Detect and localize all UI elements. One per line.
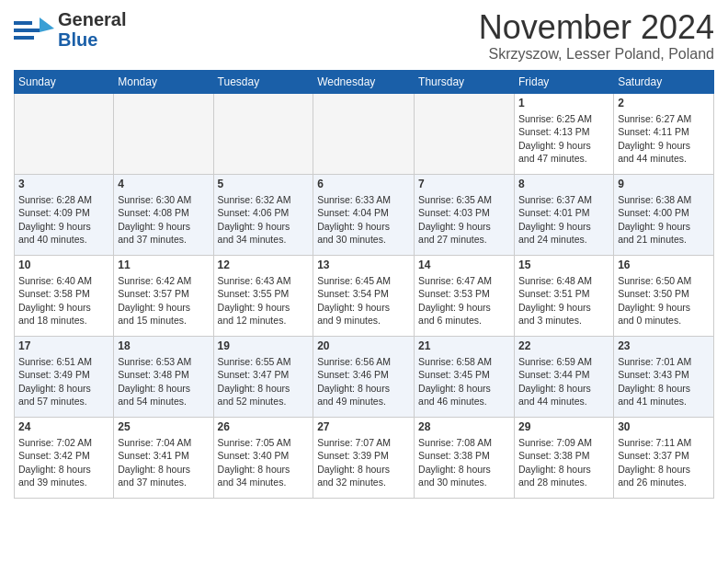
daylight-info: Daylight: 9 hours xyxy=(618,221,690,232)
daylight-info: and 9 minutes. xyxy=(317,315,381,326)
day-number: 20 xyxy=(317,339,410,354)
day-info: Sunrise: 6:55 AMSunset: 3:47 PMDaylight:… xyxy=(218,355,310,408)
day-number: 26 xyxy=(218,420,310,435)
daylight-info: and 44 minutes. xyxy=(518,396,587,407)
daylight-info: and 54 minutes. xyxy=(118,396,187,407)
daylight-info: Daylight: 8 hours xyxy=(18,464,91,475)
sunrise-info: Sunrise: 6:45 AM xyxy=(317,275,391,286)
day-number: 18 xyxy=(118,339,209,354)
daylight-info: Daylight: 9 hours xyxy=(418,302,491,313)
daylight-info: Daylight: 8 hours xyxy=(317,464,390,475)
day-info: Sunrise: 7:09 AMSunset: 3:38 PMDaylight:… xyxy=(518,436,609,488)
sunrise-info: Sunrise: 6:50 AM xyxy=(618,275,691,286)
table-row: 9Sunrise: 6:38 AMSunset: 4:00 PMDaylight… xyxy=(614,174,714,255)
sunset-info: Sunset: 3:53 PM xyxy=(418,288,490,299)
sunrise-info: Sunrise: 6:56 AM xyxy=(317,356,391,367)
day-number: 2 xyxy=(618,97,710,111)
sunrise-info: Sunrise: 7:11 AM xyxy=(618,437,691,448)
svg-rect-2 xyxy=(14,36,34,40)
daylight-info: Daylight: 8 hours xyxy=(317,383,390,394)
sunrise-info: Sunrise: 6:55 AM xyxy=(218,356,291,367)
day-info: Sunrise: 6:58 AMSunset: 3:45 PMDaylight:… xyxy=(418,355,510,408)
sunrise-info: Sunrise: 7:04 AM xyxy=(118,437,191,448)
day-number: 21 xyxy=(418,339,510,354)
day-number: 15 xyxy=(518,259,609,273)
table-row: 16Sunrise: 6:50 AMSunset: 3:50 PMDayligh… xyxy=(614,255,714,336)
daylight-info: and 34 minutes. xyxy=(218,234,287,245)
day-number: 29 xyxy=(518,420,609,435)
daylight-info: and 18 minutes. xyxy=(18,315,87,326)
table-row xyxy=(15,93,114,174)
sunrise-info: Sunrise: 6:37 AM xyxy=(518,194,592,205)
sunrise-info: Sunrise: 6:51 AM xyxy=(18,356,92,367)
day-number: 13 xyxy=(317,259,410,273)
day-number: 24 xyxy=(18,420,109,435)
table-row: 23Sunrise: 7:01 AMSunset: 3:43 PMDayligh… xyxy=(614,336,714,417)
day-number: 3 xyxy=(18,178,109,192)
day-info: Sunrise: 7:04 AMSunset: 3:41 PMDaylight:… xyxy=(118,436,209,488)
table-row: 12Sunrise: 6:43 AMSunset: 3:55 PMDayligh… xyxy=(213,255,313,336)
table-row: 3Sunrise: 6:28 AMSunset: 4:09 PMDaylight… xyxy=(15,174,114,255)
table-row: 19Sunrise: 6:55 AMSunset: 3:47 PMDayligh… xyxy=(213,336,313,417)
daylight-info: Daylight: 9 hours xyxy=(518,302,591,313)
col-saturday: Saturday xyxy=(614,70,714,93)
logo-blue: Blue xyxy=(58,29,126,50)
sunset-info: Sunset: 3:41 PM xyxy=(118,450,189,461)
table-row: 30Sunrise: 7:11 AMSunset: 3:37 PMDayligh… xyxy=(614,417,714,498)
daylight-info: Daylight: 8 hours xyxy=(618,464,690,475)
day-number: 12 xyxy=(218,259,310,273)
day-number: 28 xyxy=(418,420,510,435)
sunrise-info: Sunrise: 6:59 AM xyxy=(518,356,592,367)
daylight-info: and 27 minutes. xyxy=(418,234,487,245)
svg-marker-3 xyxy=(40,17,54,32)
sunset-info: Sunset: 3:55 PM xyxy=(218,288,290,299)
day-info: Sunrise: 6:45 AMSunset: 3:54 PMDaylight:… xyxy=(317,274,410,327)
sunset-info: Sunset: 4:04 PM xyxy=(317,207,389,218)
table-row: 27Sunrise: 7:07 AMSunset: 3:39 PMDayligh… xyxy=(313,417,415,498)
daylight-info: Daylight: 8 hours xyxy=(518,383,591,394)
svg-rect-0 xyxy=(14,29,40,32)
daylight-info: and 12 minutes. xyxy=(218,315,287,326)
calendar-week-row: 24Sunrise: 7:02 AMSunset: 3:42 PMDayligh… xyxy=(15,417,714,498)
day-info: Sunrise: 6:42 AMSunset: 3:57 PMDaylight:… xyxy=(118,274,209,327)
daylight-info: Daylight: 9 hours xyxy=(218,221,290,232)
sunset-info: Sunset: 3:39 PM xyxy=(317,450,389,461)
sunrise-info: Sunrise: 7:07 AM xyxy=(317,437,391,448)
daylight-info: Daylight: 8 hours xyxy=(118,464,190,475)
table-row xyxy=(313,93,415,174)
col-sunday: Sunday xyxy=(15,70,114,93)
daylight-info: and 52 minutes. xyxy=(218,396,287,407)
daylight-info: Daylight: 9 hours xyxy=(18,221,91,232)
day-info: Sunrise: 7:01 AMSunset: 3:43 PMDaylight:… xyxy=(618,355,710,408)
col-friday: Friday xyxy=(514,70,613,93)
table-row: 29Sunrise: 7:09 AMSunset: 3:38 PMDayligh… xyxy=(514,417,613,498)
daylight-info: and 21 minutes. xyxy=(618,234,687,245)
day-info: Sunrise: 6:43 AMSunset: 3:55 PMDaylight:… xyxy=(218,274,310,327)
table-row: 5Sunrise: 6:32 AMSunset: 4:06 PMDaylight… xyxy=(213,174,313,255)
day-info: Sunrise: 6:30 AMSunset: 4:08 PMDaylight:… xyxy=(118,193,209,246)
day-info: Sunrise: 6:28 AMSunset: 4:09 PMDaylight:… xyxy=(18,193,109,246)
sunset-info: Sunset: 3:58 PM xyxy=(18,288,90,299)
sunrise-info: Sunrise: 6:42 AM xyxy=(118,275,191,286)
sunrise-info: Sunrise: 7:01 AM xyxy=(618,356,691,367)
day-info: Sunrise: 6:56 AMSunset: 3:46 PMDaylight:… xyxy=(317,355,410,408)
day-info: Sunrise: 6:53 AMSunset: 3:48 PMDaylight:… xyxy=(118,355,209,408)
day-number: 6 xyxy=(317,178,410,192)
daylight-info: Daylight: 8 hours xyxy=(518,464,591,475)
sunset-info: Sunset: 3:51 PM xyxy=(518,288,590,299)
daylight-info: Daylight: 9 hours xyxy=(118,302,190,313)
daylight-info: and 37 minutes. xyxy=(118,477,187,488)
sunset-info: Sunset: 3:47 PM xyxy=(218,369,290,380)
day-info: Sunrise: 7:08 AMSunset: 3:38 PMDaylight:… xyxy=(418,436,510,488)
day-number: 27 xyxy=(317,420,410,435)
daylight-info: and 6 minutes. xyxy=(418,315,482,326)
day-info: Sunrise: 7:05 AMSunset: 3:40 PMDaylight:… xyxy=(218,436,310,488)
day-info: Sunrise: 6:51 AMSunset: 3:49 PMDaylight:… xyxy=(18,355,109,408)
title-block: November 2024 Skrzyszow, Lesser Poland, … xyxy=(479,9,714,63)
sunset-info: Sunset: 3:45 PM xyxy=(418,369,490,380)
col-tuesday: Tuesday xyxy=(213,70,313,93)
col-thursday: Thursday xyxy=(415,70,515,93)
daylight-info: and 37 minutes. xyxy=(118,234,187,245)
sunset-info: Sunset: 3:48 PM xyxy=(118,369,189,380)
daylight-info: Daylight: 8 hours xyxy=(618,383,690,394)
